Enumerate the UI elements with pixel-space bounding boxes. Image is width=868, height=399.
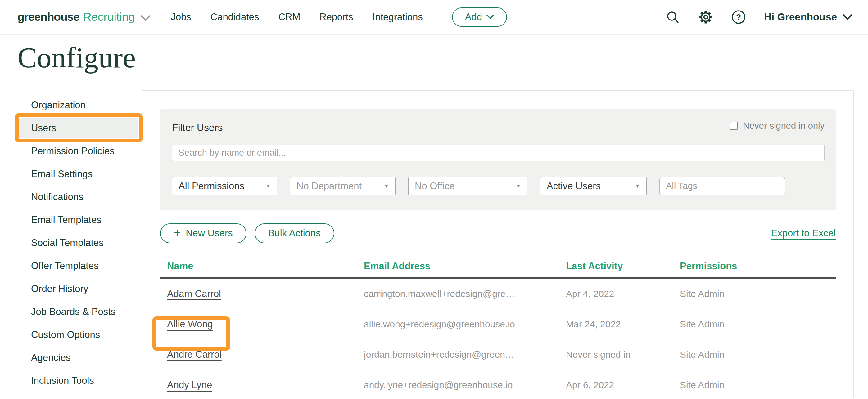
search-icon[interactable]	[665, 10, 680, 25]
logo-brand-text: greenhouse	[18, 10, 80, 24]
sidebar-item-organization[interactable]: Organization	[0, 94, 142, 117]
table-actions-row: + New Users Bulk Actions Export to Excel	[160, 223, 836, 243]
sidebar-item-notifications[interactable]: Notifications	[0, 186, 142, 208]
top-navigation-bar: greenhouse Recruiting Jobs Candidates CR…	[0, 0, 868, 35]
user-name-link[interactable]: Andre Carrol	[167, 349, 222, 360]
svg-text:?: ?	[736, 13, 741, 22]
configure-sidebar: Organization Users Permission Policies E…	[0, 90, 142, 398]
sidebar-item-social-templates[interactable]: Social Templates	[0, 231, 142, 255]
filter-users-panel: Filter Users Never signed in only All Pe…	[160, 109, 836, 210]
greenhouse-logo[interactable]: greenhouse Recruiting	[18, 10, 151, 24]
bulk-actions-button[interactable]: Bulk Actions	[254, 223, 334, 243]
table-row: Andre Carrol jordan.bernstein+redesign@g…	[160, 339, 836, 370]
new-users-button[interactable]: + New Users	[160, 223, 247, 243]
filter-users-title: Filter Users	[172, 122, 825, 133]
nav-item-reports[interactable]: Reports	[319, 11, 353, 23]
column-header-email: Email Address	[364, 261, 566, 272]
nav-item-jobs[interactable]: Jobs	[171, 11, 191, 23]
export-to-excel-link[interactable]: Export to Excel	[771, 228, 836, 239]
column-header-last-activity: Last Activity	[566, 261, 680, 272]
never-signed-in-row: Never signed in only	[730, 121, 825, 131]
nav-item-integrations[interactable]: Integrations	[373, 11, 423, 23]
user-permissions: Site Admin	[680, 380, 836, 390]
add-button-label: Add	[465, 11, 482, 23]
user-last-activity: Mar 24, 2022	[566, 319, 680, 330]
logo-product-text: Recruiting	[83, 10, 135, 24]
table-row: Allie Wong allie.wong+redesign@greenhous…	[160, 309, 836, 339]
user-name-link[interactable]: Allie Wong	[167, 319, 213, 330]
plus-icon: +	[174, 227, 181, 239]
user-menu[interactable]: Hi Greenhouse	[764, 11, 852, 23]
office-dropdown[interactable]: No Office ▼	[408, 177, 527, 196]
page-title: Configure	[18, 42, 868, 73]
dropdown-caret-icon: ▼	[384, 183, 389, 189]
sidebar-item-inclusion-tools[interactable]: Inclusion Tools	[0, 369, 142, 392]
topbar-right-cluster: ? Hi Greenhouse	[665, 10, 852, 25]
dropdown-caret-icon: ▼	[266, 183, 271, 189]
table-row: Adam Carrol carrington.maxwell+redesign@…	[160, 278, 836, 309]
user-last-activity: Apr 4, 2022	[566, 289, 680, 299]
sidebar-item-custom-options[interactable]: Custom Options	[0, 323, 142, 346]
help-icon[interactable]: ?	[731, 10, 746, 25]
nav-item-crm[interactable]: CRM	[278, 11, 301, 23]
user-name-link[interactable]: Andy Lyne	[167, 379, 212, 390]
dropdown-caret-icon: ▼	[635, 183, 640, 189]
add-button[interactable]: Add	[452, 7, 507, 27]
permissions-dropdown[interactable]: All Permissions ▼	[172, 177, 277, 196]
user-permissions: Site Admin	[680, 289, 836, 299]
sidebar-item-email-templates[interactable]: Email Templates	[0, 208, 142, 231]
user-email: andy.lyne+redesign@greenhouse.io	[364, 380, 566, 390]
user-last-activity: Apr 6, 2022	[566, 380, 680, 390]
users-table-header: Name Email Address Last Activity Permiss…	[160, 261, 836, 278]
user-email: carrington.maxwell+redesign@gre…	[364, 289, 566, 299]
users-panel: Filter Users Never signed in only All Pe…	[142, 90, 854, 398]
users-table: Name Email Address Last Activity Permiss…	[160, 261, 836, 399]
department-dropdown[interactable]: No Department ▼	[290, 177, 396, 196]
sidebar-item-offer-templates[interactable]: Offer Templates	[0, 255, 142, 277]
never-signed-in-checkbox[interactable]	[730, 122, 738, 130]
sidebar-item-users[interactable]: Users	[19, 118, 138, 138]
tags-input[interactable]	[659, 177, 785, 195]
column-header-name: Name	[160, 261, 364, 272]
user-email: jordan.bernstein+redesign@green…	[364, 350, 566, 360]
user-last-activity: Never signed in	[566, 350, 680, 360]
sidebar-item-agencies[interactable]: Agencies	[0, 346, 142, 369]
never-signed-in-label: Never signed in only	[743, 121, 825, 131]
table-row: Andy Lyne andy.lyne+redesign@greenhouse.…	[160, 370, 836, 399]
chevron-down-icon	[140, 14, 151, 22]
column-header-permissions: Permissions	[680, 261, 836, 272]
nav-item-candidates[interactable]: Candidates	[211, 11, 259, 23]
chevron-down-icon	[487, 14, 494, 20]
configure-content: Organization Users Permission Policies E…	[0, 90, 868, 398]
user-name-link[interactable]: Adam Carrol	[167, 288, 221, 299]
dropdown-caret-icon: ▼	[516, 183, 521, 189]
sidebar-item-order-history[interactable]: Order History	[0, 277, 142, 300]
user-menu-label: Hi Greenhouse	[764, 11, 837, 23]
sidebar-item-email-settings[interactable]: Email Settings	[0, 163, 142, 186]
user-permissions: Site Admin	[680, 319, 836, 330]
filter-dropdown-row: All Permissions ▼ No Department ▼ No Off…	[172, 177, 825, 196]
settings-gear-icon[interactable]	[698, 10, 713, 25]
user-status-dropdown[interactable]: Active Users ▼	[540, 177, 647, 196]
search-input[interactable]	[172, 144, 825, 161]
main-nav: Jobs Candidates CRM Reports Integrations	[171, 11, 423, 23]
user-email: allie.wong+redesign@greenhouse.io	[364, 319, 566, 330]
user-permissions: Site Admin	[680, 350, 836, 360]
sidebar-item-job-boards-posts[interactable]: Job Boards & Posts	[0, 300, 142, 323]
chevron-down-icon	[842, 14, 852, 20]
sidebar-item-permission-policies[interactable]: Permission Policies	[0, 140, 142, 163]
